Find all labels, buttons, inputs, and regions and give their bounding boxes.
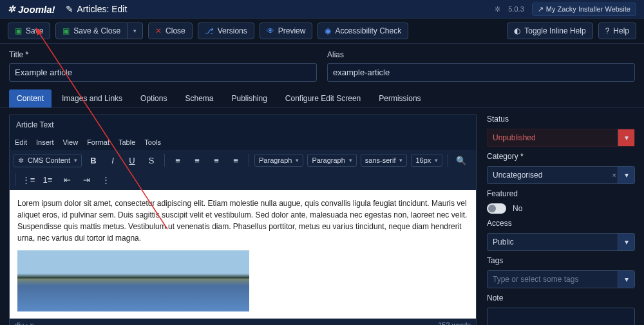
help-button[interactable]: ?Help: [598, 23, 636, 39]
italic-button[interactable]: I: [105, 153, 120, 168]
indent-button[interactable]: ⇥: [79, 172, 94, 187]
site-link-text: My Zacky Installer Website: [546, 5, 630, 13]
alias-input[interactable]: [327, 63, 635, 82]
featured-value: No: [513, 204, 522, 213]
font-size-dropdown[interactable]: 16px▾: [411, 154, 442, 167]
menu-table[interactable]: Table: [118, 138, 135, 146]
align-justify-button[interactable]: ≡: [228, 153, 243, 168]
accessibility-button[interactable]: ◉Accessibility Check: [317, 23, 408, 39]
font-family-dropdown[interactable]: sans-serif▾: [361, 154, 408, 167]
chevron-down-icon: ▾: [296, 157, 299, 163]
tab-permissions[interactable]: Permissions: [371, 89, 428, 107]
separator: [448, 154, 448, 167]
strike-button[interactable]: S: [144, 153, 159, 168]
alias-label: Alias: [327, 50, 635, 59]
joomla-icon: ✲: [18, 156, 24, 165]
branch-icon: ⎇: [205, 26, 214, 35]
versions-label: Versions: [218, 26, 247, 35]
close-button[interactable]: ✕Close: [148, 23, 193, 39]
toggle-icon: ◐: [514, 26, 520, 35]
menu-edit[interactable]: Edit: [15, 138, 27, 146]
clear-icon[interactable]: ×: [612, 171, 616, 179]
tabbar: Content Images and Links Options Schema …: [0, 84, 644, 108]
note-input[interactable]: [487, 308, 635, 325]
save-close-split: ▣Save & Close ▾: [55, 23, 143, 39]
align-center-button[interactable]: ≡: [189, 153, 205, 168]
joomla-version-icon: ✲: [495, 5, 500, 14]
content-image[interactable]: [17, 250, 249, 311]
page-title: ✎ Articles: Edit: [66, 4, 128, 14]
action-toolbar: ▣Save ▣Save & Close ▾ ✕Close ⎇Versions 👁…: [0, 18, 644, 44]
menu-format[interactable]: Format: [87, 138, 109, 146]
tags-placeholder: Type or select some tags: [493, 275, 578, 284]
save-label: Save: [26, 26, 43, 35]
chevron-down-icon: ▾: [133, 28, 137, 34]
save-close-caret[interactable]: ▾: [128, 23, 143, 39]
site-link[interactable]: ↗ My Zacky Installer Website: [532, 3, 636, 16]
tab-schema[interactable]: Schema: [177, 89, 221, 107]
external-link-icon: ↗: [538, 5, 544, 14]
tab-configure-edit[interactable]: Configure Edit Screen: [278, 89, 368, 107]
editor-menubar: Edit Insert View Format Table Tools: [10, 135, 476, 150]
close-icon: ✕: [155, 26, 162, 35]
style-dropdown[interactable]: Paragraph▾: [307, 154, 356, 167]
chevron-down-icon: ▾: [399, 157, 402, 163]
align-left-button[interactable]: ≡: [170, 153, 185, 168]
featured-toggle[interactable]: No: [487, 203, 635, 214]
editor-body[interactable]: Lorem ipsum dolor sit amet, consectetur …: [10, 190, 476, 319]
number-list-button[interactable]: 1≡: [40, 172, 55, 187]
joomla-version: 5.0.3: [508, 5, 524, 13]
tags-select[interactable]: Type or select some tags▾: [487, 270, 635, 288]
menu-insert[interactable]: Insert: [36, 138, 54, 146]
menu-view[interactable]: View: [62, 138, 78, 146]
search-button[interactable]: 🔍: [453, 153, 469, 168]
chevron-down-icon: ▾: [618, 271, 634, 288]
switch-icon: [487, 203, 506, 214]
separator: [15, 173, 15, 186]
status-label: Status: [487, 115, 635, 124]
toggle-inline-help-button[interactable]: ◐Toggle Inline Help: [507, 23, 592, 39]
status-select[interactable]: Unpublished▾: [487, 129, 635, 147]
joomla-logo-icon: ✲: [8, 4, 15, 14]
save-button[interactable]: ▣Save: [8, 23, 50, 39]
cms-content-dropdown[interactable]: ✲CMS Content▾: [14, 154, 82, 167]
preview-label: Preview: [278, 26, 306, 35]
access-select[interactable]: Public▾: [487, 233, 635, 251]
versions-button[interactable]: ⎇Versions: [198, 23, 254, 39]
menu-tools[interactable]: Tools: [144, 138, 161, 146]
tab-content[interactable]: Content: [9, 89, 52, 107]
block-format-label: Paragraph: [259, 156, 292, 164]
underline-button[interactable]: U: [124, 153, 140, 168]
bold-button[interactable]: B: [86, 153, 101, 168]
close-label: Close: [166, 26, 185, 35]
editor-statusbar: div › p 152 words: [10, 319, 476, 325]
joomla-logo[interactable]: ✲ Joomla!: [8, 4, 55, 15]
title-input[interactable]: [9, 63, 317, 82]
chevron-down-icon: ▾: [618, 234, 634, 250]
save-close-button[interactable]: ▣Save & Close: [55, 23, 128, 39]
editor-toolbar: ✲CMS Content▾ B I U S ≡ ≡ ≡ ≡ Paragraph▾…: [10, 150, 476, 190]
separator: [249, 154, 249, 167]
font-family-label: sans-serif: [365, 156, 396, 164]
category-value: Uncategorised: [493, 171, 542, 180]
tab-publishing[interactable]: Publishing: [223, 89, 274, 107]
bullet-list-button[interactable]: ⋮≡: [21, 172, 36, 187]
save-icon: ▣: [15, 26, 22, 35]
align-right-button[interactable]: ≡: [209, 153, 224, 168]
featured-label: Featured: [487, 189, 635, 198]
block-format-dropdown[interactable]: Paragraph▾: [254, 154, 303, 167]
tab-options[interactable]: Options: [133, 89, 175, 107]
outdent-button[interactable]: ⇤: [59, 172, 75, 187]
tags-label: Tags: [487, 256, 635, 265]
sidebar: Status Unpublished▾ Category Uncategoris…: [487, 115, 635, 325]
category-select[interactable]: Uncategorised×▾: [487, 166, 635, 184]
more-button[interactable]: ⋮: [98, 172, 113, 187]
title-alias-row: Title Alias: [0, 44, 644, 84]
element-path[interactable]: div › p: [15, 321, 34, 325]
preview-button[interactable]: 👁Preview: [260, 23, 313, 39]
category-label: Category: [487, 152, 635, 161]
accessibility-icon: ◉: [325, 26, 331, 35]
paragraph: Integer sit amet felis ac metus mollis f…: [17, 317, 468, 319]
separator: [164, 154, 165, 167]
tab-images-links[interactable]: Images and Links: [54, 89, 130, 107]
